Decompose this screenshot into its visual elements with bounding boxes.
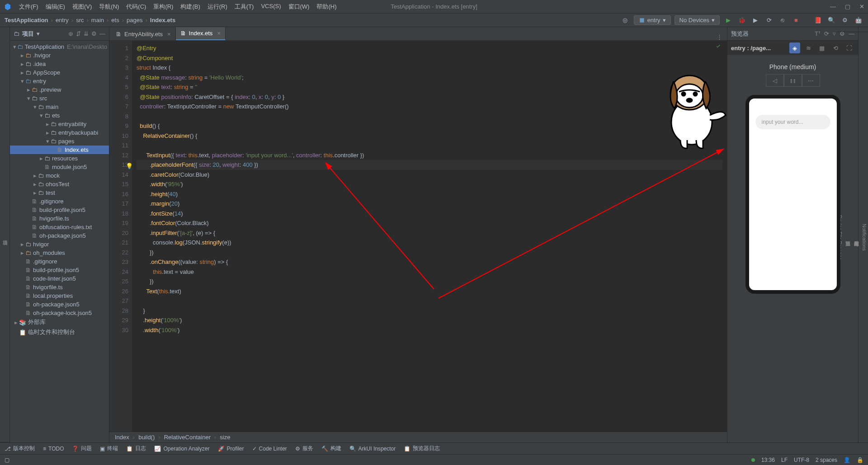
tree-node[interactable]: ▸🗀hvigor xyxy=(10,240,109,249)
menu-item[interactable]: VCS(S) xyxy=(258,2,283,12)
tree-node[interactable]: ▸🗀entrybackupabi xyxy=(10,128,109,137)
bottom-tool-item[interactable]: 📈Operation Analyzer xyxy=(154,446,209,452)
breadcrumb-item[interactable]: src xyxy=(76,17,84,23)
expand-icon[interactable]: ⇵ xyxy=(76,30,81,37)
tree-node[interactable]: ▸🗀AppScope xyxy=(10,68,109,77)
hide-icon[interactable]: — xyxy=(99,30,105,37)
breadcrumb-item[interactable]: ets xyxy=(111,17,119,23)
run-icon[interactable]: ▶ xyxy=(723,15,733,25)
reader-mode-icon[interactable]: 👤 xyxy=(844,457,850,463)
lock-icon[interactable]: 🔒 xyxy=(857,457,863,463)
tree-node[interactable]: ▸🗀ohosTest xyxy=(10,180,109,188)
menu-item[interactable]: 工具(T) xyxy=(232,2,257,12)
code-breadcrumb-item[interactable]: size xyxy=(220,434,230,441)
tree-node[interactable]: ▸🗀mock xyxy=(10,171,109,180)
code-editor[interactable]: @Entry@Componentstruct Index { @State me… xyxy=(132,41,727,432)
tree-node[interactable]: ▾🗀TestApplicationE:\nana\Deskto xyxy=(10,42,109,51)
book-icon[interactable]: 📕 xyxy=(813,15,823,25)
tree-node[interactable]: ▸🗀.preview xyxy=(10,85,109,94)
preview-text-input[interactable]: input your word... xyxy=(755,115,830,129)
bottom-tool-item[interactable]: 📋日志 xyxy=(126,445,146,452)
tree-node[interactable]: 🗎obfuscation-rules.txt xyxy=(10,223,109,231)
bottom-tool-item[interactable]: ❓问题 xyxy=(72,445,92,452)
tree-node[interactable]: ▸🗀oh_modules xyxy=(10,249,109,257)
debug-icon[interactable]: 🐞 xyxy=(737,15,747,25)
text-icon[interactable]: Tꜛ xyxy=(815,30,821,37)
left-gutter-tab[interactable]: 项目 xyxy=(1,32,9,442)
breadcrumb-item[interactable]: entry xyxy=(56,17,69,23)
status-indent[interactable]: 2 spaces xyxy=(816,457,837,463)
tree-node[interactable]: 🗎Index.ets xyxy=(10,146,109,154)
left-gutter-tab[interactable]: 结构 xyxy=(0,32,1,442)
tree-node[interactable]: 🗎oh-package-lock.json5 xyxy=(10,309,109,317)
menu-item[interactable]: 编辑(E) xyxy=(43,2,68,12)
menu-item[interactable]: 文件(F) xyxy=(16,2,41,12)
tree-node[interactable]: 🗎local.properties xyxy=(10,291,109,300)
close-icon[interactable]: ✕ xyxy=(859,3,864,10)
tree-node[interactable]: ▸🗀.idea xyxy=(10,60,109,68)
view-mode-2-icon[interactable]: ≋ xyxy=(803,42,814,53)
tree-node[interactable]: 🗎code-linter.json5 xyxy=(10,274,109,283)
menu-item[interactable]: 代码(C) xyxy=(123,2,149,12)
close-tab-icon[interactable]: × xyxy=(217,30,221,37)
tree-node[interactable]: ▸🗀entryability xyxy=(10,120,109,128)
tree-node[interactable]: 🗎hvigorfile.ts xyxy=(10,283,109,291)
breadcrumb-item[interactable]: Index.ets xyxy=(150,17,175,23)
tree-node[interactable]: ▸📚外部库 xyxy=(10,317,109,327)
preview-split-icon[interactable]: ⫿⫿ xyxy=(784,74,802,87)
stop-icon[interactable]: ■ xyxy=(791,15,801,25)
bottom-tool-item[interactable]: 📋预览器日志 xyxy=(404,445,440,452)
bottom-tool-item[interactable]: ⚙服务 xyxy=(295,445,313,452)
bottom-tool-item[interactable]: 🔍ArkUI Inspector xyxy=(349,446,396,452)
close-tab-icon[interactable]: × xyxy=(167,31,171,38)
code-breadcrumb-item[interactable]: RelativeContainer xyxy=(164,434,211,441)
bottom-tool-item[interactable]: 🚀Profiler xyxy=(218,446,244,452)
gear-icon[interactable]: ⚙ xyxy=(91,30,97,37)
bottom-tool-item[interactable]: ✓Code Linter xyxy=(252,446,287,452)
breadcrumb-item[interactable]: pages xyxy=(127,17,142,23)
tree-node[interactable]: ▸🗀.hvigor xyxy=(10,51,109,60)
tree-node[interactable]: 📋临时文件和控制台 xyxy=(10,327,109,337)
search-icon[interactable]: 🔍 xyxy=(826,15,836,25)
tree-node[interactable]: ▸🗀test xyxy=(10,188,109,197)
tree-node[interactable]: 🗎oh-package.json5 xyxy=(10,231,109,240)
status-box-icon[interactable]: ▢ xyxy=(5,457,9,463)
tree-node[interactable]: ▾🗀pages xyxy=(10,137,109,146)
bottom-tool-item[interactable]: ▣终端 xyxy=(100,445,118,452)
coverage-icon[interactable]: ▶ xyxy=(750,15,760,25)
restart-icon[interactable]: ⟳ xyxy=(764,15,774,25)
tree-node[interactable]: ▾🗀main xyxy=(10,103,109,111)
bottom-tool-item[interactable]: ≡TODO xyxy=(43,446,64,452)
settings-icon[interactable]: ⚙ xyxy=(840,15,850,25)
inspection-status-icon[interactable] xyxy=(715,43,722,51)
tree-node[interactable]: 🗎hvigorfile.ts xyxy=(10,214,109,223)
run-config-dropdown[interactable]: entry▾ xyxy=(634,15,671,25)
robot-icon[interactable]: 🤖 xyxy=(854,15,863,25)
tree-node[interactable]: 🗎.gitignore xyxy=(10,197,109,206)
menu-item[interactable]: 导航(N) xyxy=(96,2,122,12)
breadcrumb-item[interactable]: TestApplication xyxy=(5,17,48,23)
preview-back-icon[interactable]: ◁ xyxy=(766,74,784,87)
tree-node[interactable]: ▾🗀ets xyxy=(10,111,109,120)
collapse-icon[interactable]: ⇊ xyxy=(84,30,89,37)
menu-item[interactable]: 视图(V) xyxy=(70,2,94,12)
right-gutter-tab[interactable]: Notifications xyxy=(861,32,868,442)
menu-item[interactable]: 帮助(H) xyxy=(314,2,339,12)
grid-icon[interactable]: ▦ xyxy=(816,42,827,53)
tree-node[interactable]: 🗎build-profile.json5 xyxy=(10,206,109,214)
code-breadcrumb-item[interactable]: build() xyxy=(138,434,155,441)
tree-node[interactable]: 🗎build-profile.json5 xyxy=(10,266,109,274)
tree-node[interactable]: ▾🗀src xyxy=(10,94,109,103)
tree-node[interactable]: ▾🗀entry xyxy=(10,77,109,85)
menu-item[interactable]: 构建(B) xyxy=(178,2,203,12)
tree-node[interactable]: 🗎.gitignore xyxy=(10,257,109,266)
preview-more-icon[interactable]: ⋯ xyxy=(802,74,820,87)
tree-node[interactable]: ▸🗀resources xyxy=(10,154,109,163)
tree-node[interactable]: 🗎module.json5 xyxy=(10,163,109,171)
view-mode-1-icon[interactable]: ◈ xyxy=(789,42,800,53)
bottom-tool-item[interactable]: 🔨构建 xyxy=(321,445,341,452)
menu-item[interactable]: 运行(R) xyxy=(205,2,230,12)
menu-item[interactable]: 重构(R) xyxy=(151,2,176,12)
menu-item[interactable]: 窗口(W) xyxy=(286,2,312,12)
project-tree[interactable]: ▾🗀TestApplicationE:\nana\Deskto▸🗀.hvigor… xyxy=(10,41,109,442)
